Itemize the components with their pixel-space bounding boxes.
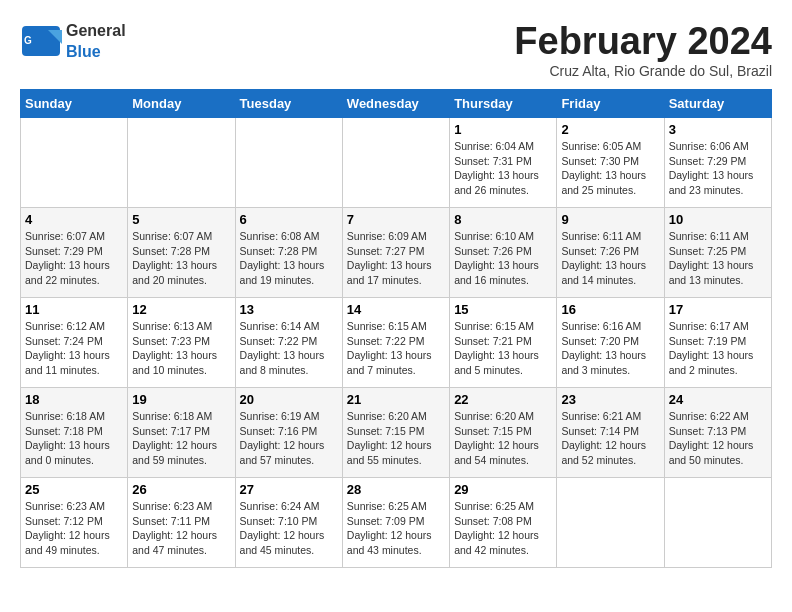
location: Cruz Alta, Rio Grande do Sul, Brazil (514, 63, 772, 79)
calendar-cell: 7Sunrise: 6:09 AM Sunset: 7:27 PM Daylig… (342, 208, 449, 298)
day-number: 28 (347, 482, 445, 497)
calendar-cell: 29Sunrise: 6:25 AM Sunset: 7:08 PM Dayli… (450, 478, 557, 568)
day-number: 11 (25, 302, 123, 317)
calendar-cell: 2Sunrise: 6:05 AM Sunset: 7:30 PM Daylig… (557, 118, 664, 208)
day-info: Sunrise: 6:23 AM Sunset: 7:11 PM Dayligh… (132, 499, 230, 558)
day-info: Sunrise: 6:04 AM Sunset: 7:31 PM Dayligh… (454, 139, 552, 198)
calendar-cell: 21Sunrise: 6:20 AM Sunset: 7:15 PM Dayli… (342, 388, 449, 478)
logo: G General Blue (20, 20, 126, 62)
day-number: 5 (132, 212, 230, 227)
day-info: Sunrise: 6:08 AM Sunset: 7:28 PM Dayligh… (240, 229, 338, 288)
day-number: 1 (454, 122, 552, 137)
header-cell-sunday: Sunday (21, 90, 128, 118)
calendar-cell (21, 118, 128, 208)
day-info: Sunrise: 6:10 AM Sunset: 7:26 PM Dayligh… (454, 229, 552, 288)
day-number: 2 (561, 122, 659, 137)
calendar-cell: 5Sunrise: 6:07 AM Sunset: 7:28 PM Daylig… (128, 208, 235, 298)
day-number: 29 (454, 482, 552, 497)
logo-general: General (66, 22, 126, 39)
header-cell-wednesday: Wednesday (342, 90, 449, 118)
day-info: Sunrise: 6:20 AM Sunset: 7:15 PM Dayligh… (347, 409, 445, 468)
calendar-cell: 6Sunrise: 6:08 AM Sunset: 7:28 PM Daylig… (235, 208, 342, 298)
calendar-cell: 25Sunrise: 6:23 AM Sunset: 7:12 PM Dayli… (21, 478, 128, 568)
calendar-cell: 12Sunrise: 6:13 AM Sunset: 7:23 PM Dayli… (128, 298, 235, 388)
calendar-cell: 18Sunrise: 6:18 AM Sunset: 7:18 PM Dayli… (21, 388, 128, 478)
header-cell-tuesday: Tuesday (235, 90, 342, 118)
day-number: 3 (669, 122, 767, 137)
day-number: 12 (132, 302, 230, 317)
day-number: 6 (240, 212, 338, 227)
calendar-cell: 3Sunrise: 6:06 AM Sunset: 7:29 PM Daylig… (664, 118, 771, 208)
calendar-week-2: 4Sunrise: 6:07 AM Sunset: 7:29 PM Daylig… (21, 208, 772, 298)
day-number: 14 (347, 302, 445, 317)
calendar-cell (342, 118, 449, 208)
day-info: Sunrise: 6:16 AM Sunset: 7:20 PM Dayligh… (561, 319, 659, 378)
day-info: Sunrise: 6:13 AM Sunset: 7:23 PM Dayligh… (132, 319, 230, 378)
logo-blue: Blue (66, 43, 101, 60)
header-cell-saturday: Saturday (664, 90, 771, 118)
calendar-cell: 8Sunrise: 6:10 AM Sunset: 7:26 PM Daylig… (450, 208, 557, 298)
day-number: 8 (454, 212, 552, 227)
page-header: G General Blue February 2024 Cruz Alta, … (20, 20, 772, 79)
day-number: 4 (25, 212, 123, 227)
calendar-cell: 23Sunrise: 6:21 AM Sunset: 7:14 PM Dayli… (557, 388, 664, 478)
day-info: Sunrise: 6:21 AM Sunset: 7:14 PM Dayligh… (561, 409, 659, 468)
day-info: Sunrise: 6:15 AM Sunset: 7:22 PM Dayligh… (347, 319, 445, 378)
day-number: 15 (454, 302, 552, 317)
day-info: Sunrise: 6:19 AM Sunset: 7:16 PM Dayligh… (240, 409, 338, 468)
header-row: SundayMondayTuesdayWednesdayThursdayFrid… (21, 90, 772, 118)
calendar-cell: 1Sunrise: 6:04 AM Sunset: 7:31 PM Daylig… (450, 118, 557, 208)
calendar-header: SundayMondayTuesdayWednesdayThursdayFrid… (21, 90, 772, 118)
day-info: Sunrise: 6:06 AM Sunset: 7:29 PM Dayligh… (669, 139, 767, 198)
calendar-week-4: 18Sunrise: 6:18 AM Sunset: 7:18 PM Dayli… (21, 388, 772, 478)
day-info: Sunrise: 6:17 AM Sunset: 7:19 PM Dayligh… (669, 319, 767, 378)
day-info: Sunrise: 6:23 AM Sunset: 7:12 PM Dayligh… (25, 499, 123, 558)
title-block: February 2024 Cruz Alta, Rio Grande do S… (514, 20, 772, 79)
calendar-cell (128, 118, 235, 208)
day-number: 16 (561, 302, 659, 317)
day-info: Sunrise: 6:11 AM Sunset: 7:26 PM Dayligh… (561, 229, 659, 288)
day-info: Sunrise: 6:25 AM Sunset: 7:08 PM Dayligh… (454, 499, 552, 558)
calendar-cell: 4Sunrise: 6:07 AM Sunset: 7:29 PM Daylig… (21, 208, 128, 298)
day-number: 24 (669, 392, 767, 407)
day-info: Sunrise: 6:18 AM Sunset: 7:17 PM Dayligh… (132, 409, 230, 468)
day-number: 25 (25, 482, 123, 497)
day-number: 23 (561, 392, 659, 407)
calendar-week-3: 11Sunrise: 6:12 AM Sunset: 7:24 PM Dayli… (21, 298, 772, 388)
day-info: Sunrise: 6:22 AM Sunset: 7:13 PM Dayligh… (669, 409, 767, 468)
calendar-cell: 27Sunrise: 6:24 AM Sunset: 7:10 PM Dayli… (235, 478, 342, 568)
day-info: Sunrise: 6:24 AM Sunset: 7:10 PM Dayligh… (240, 499, 338, 558)
day-number: 26 (132, 482, 230, 497)
calendar-cell: 20Sunrise: 6:19 AM Sunset: 7:16 PM Dayli… (235, 388, 342, 478)
header-cell-monday: Monday (128, 90, 235, 118)
header-cell-friday: Friday (557, 90, 664, 118)
calendar-cell: 11Sunrise: 6:12 AM Sunset: 7:24 PM Dayli… (21, 298, 128, 388)
day-number: 17 (669, 302, 767, 317)
calendar-cell: 15Sunrise: 6:15 AM Sunset: 7:21 PM Dayli… (450, 298, 557, 388)
day-info: Sunrise: 6:14 AM Sunset: 7:22 PM Dayligh… (240, 319, 338, 378)
calendar-table: SundayMondayTuesdayWednesdayThursdayFrid… (20, 89, 772, 568)
day-number: 7 (347, 212, 445, 227)
day-info: Sunrise: 6:07 AM Sunset: 7:29 PM Dayligh… (25, 229, 123, 288)
calendar-cell: 22Sunrise: 6:20 AM Sunset: 7:15 PM Dayli… (450, 388, 557, 478)
day-info: Sunrise: 6:15 AM Sunset: 7:21 PM Dayligh… (454, 319, 552, 378)
calendar-cell (557, 478, 664, 568)
day-number: 19 (132, 392, 230, 407)
day-info: Sunrise: 6:12 AM Sunset: 7:24 PM Dayligh… (25, 319, 123, 378)
day-info: Sunrise: 6:18 AM Sunset: 7:18 PM Dayligh… (25, 409, 123, 468)
calendar-cell: 16Sunrise: 6:16 AM Sunset: 7:20 PM Dayli… (557, 298, 664, 388)
day-info: Sunrise: 6:20 AM Sunset: 7:15 PM Dayligh… (454, 409, 552, 468)
calendar-cell (235, 118, 342, 208)
day-number: 27 (240, 482, 338, 497)
day-number: 20 (240, 392, 338, 407)
day-number: 13 (240, 302, 338, 317)
calendar-cell: 10Sunrise: 6:11 AM Sunset: 7:25 PM Dayli… (664, 208, 771, 298)
day-info: Sunrise: 6:25 AM Sunset: 7:09 PM Dayligh… (347, 499, 445, 558)
day-number: 22 (454, 392, 552, 407)
logo-icon: G (20, 24, 62, 58)
day-number: 18 (25, 392, 123, 407)
calendar-cell (664, 478, 771, 568)
calendar-cell: 28Sunrise: 6:25 AM Sunset: 7:09 PM Dayli… (342, 478, 449, 568)
calendar-cell: 9Sunrise: 6:11 AM Sunset: 7:26 PM Daylig… (557, 208, 664, 298)
day-info: Sunrise: 6:11 AM Sunset: 7:25 PM Dayligh… (669, 229, 767, 288)
